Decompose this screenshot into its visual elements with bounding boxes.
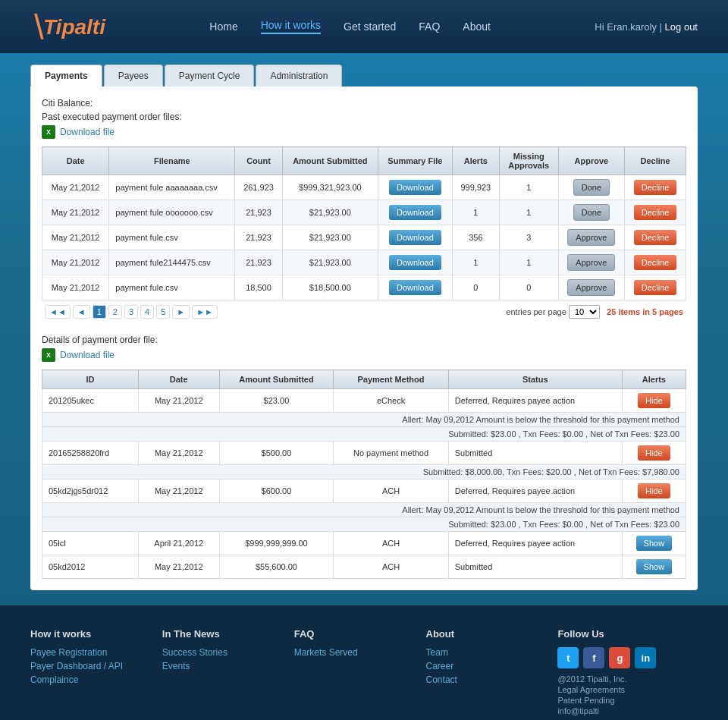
approve-done-button[interactable]: Done bbox=[573, 204, 610, 221]
detail-col-method: Payment Method bbox=[334, 370, 449, 389]
approve-button[interactable]: Approve bbox=[567, 279, 615, 296]
footer-success[interactable]: Success Stories bbox=[162, 647, 279, 658]
col-summary: Summary File bbox=[378, 147, 453, 175]
page-3[interactable]: 3 bbox=[124, 305, 138, 319]
hide-button[interactable]: Hide bbox=[638, 483, 670, 498]
page-1[interactable]: 1 bbox=[93, 305, 106, 319]
page-4[interactable]: 4 bbox=[140, 305, 154, 319]
decline-button[interactable]: Decline bbox=[634, 230, 677, 245]
footer-compliance[interactable]: Complaince bbox=[30, 674, 147, 685]
cell-date: May 21,2012 bbox=[138, 479, 219, 503]
show-button[interactable]: Show bbox=[636, 559, 673, 574]
nav-get-started[interactable]: Get started bbox=[344, 20, 396, 33]
footer-events[interactable]: Events bbox=[162, 661, 279, 671]
decline-button[interactable]: Decline bbox=[634, 280, 677, 295]
cell-missing: 1 bbox=[499, 250, 558, 275]
nav-home[interactable]: Home bbox=[209, 20, 237, 33]
entries-per-page[interactable]: 10 25 50 bbox=[569, 305, 600, 319]
approve-button[interactable]: Approve bbox=[567, 229, 615, 246]
download-button[interactable]: Download bbox=[389, 280, 441, 295]
hide-button[interactable]: Hide bbox=[638, 445, 670, 461]
cell-approve: Approve bbox=[558, 250, 625, 275]
decline-button[interactable]: Decline bbox=[634, 205, 677, 220]
cell-id: 20165258820frd bbox=[42, 442, 139, 465]
footer-email: info@tipalti bbox=[557, 706, 698, 715]
cell-missing: 1 bbox=[499, 200, 558, 225]
footer-markets[interactable]: Markets Served bbox=[294, 647, 411, 658]
page-2[interactable]: 2 bbox=[108, 305, 122, 319]
facebook-icon[interactable]: f bbox=[583, 647, 604, 668]
tab-administration[interactable]: Administration bbox=[256, 64, 342, 86]
approve-button[interactable]: Approve bbox=[567, 254, 615, 271]
sub-row-text: Submitted: $8,000.00, Txn Fees: $20.00 ,… bbox=[42, 465, 686, 479]
col-count: Count bbox=[235, 147, 282, 175]
page-next[interactable]: ► bbox=[172, 305, 190, 319]
cell-filename: payment fule aaaaaaaa.csv bbox=[109, 175, 235, 200]
download-button[interactable]: Download bbox=[389, 205, 441, 220]
section1: Citi Balance: Past executed payment orde… bbox=[42, 98, 686, 323]
tab-payments[interactable]: Payments bbox=[30, 64, 102, 86]
hide-button[interactable]: Hide bbox=[638, 393, 670, 408]
show-button[interactable]: Show bbox=[636, 536, 673, 551]
footer-about-title: About bbox=[426, 628, 543, 640]
tab-payees[interactable]: Payees bbox=[104, 64, 163, 86]
col-decline: Decline bbox=[625, 147, 686, 175]
alert-sub-row: Submitted: $23.00 , Txn Fees: $0.00 , Ne… bbox=[42, 427, 686, 442]
google-icon[interactable]: g bbox=[609, 647, 630, 668]
download-button[interactable]: Download bbox=[389, 230, 441, 245]
decline-button[interactable]: Decline bbox=[634, 180, 677, 195]
nav-how-it-works[interactable]: How it works bbox=[261, 19, 321, 34]
download-button[interactable]: Download bbox=[389, 255, 441, 270]
cell-alert-btn: Show bbox=[622, 532, 686, 555]
footer-copyright: @2012 Tipalti, Inc. bbox=[557, 674, 698, 684]
tab-payment-cycle[interactable]: Payment Cycle bbox=[165, 64, 255, 86]
download-button[interactable]: Download bbox=[389, 180, 441, 195]
sub-row-text: Allert: May 09,2012 Amount is below the … bbox=[42, 503, 686, 517]
cell-amount: $21,923.00 bbox=[282, 250, 378, 275]
footer-payee-reg[interactable]: Payee Registration bbox=[30, 647, 147, 658]
username: Hi Eran.karoly bbox=[595, 21, 657, 33]
twitter-icon[interactable]: t bbox=[557, 647, 579, 668]
cell-id: 201205ukec bbox=[42, 389, 139, 413]
cell-count: 21,923 bbox=[235, 200, 282, 225]
logout-link[interactable]: Log out bbox=[665, 21, 698, 33]
page-next-next[interactable]: ►► bbox=[192, 305, 218, 319]
tab-bar: Payments Payees Payment Cycle Administra… bbox=[30, 64, 698, 86]
section1-download[interactable]: X Download file bbox=[42, 125, 686, 139]
cell-missing: 1 bbox=[499, 175, 558, 200]
sub-row-text: Allert: May 09,2012 Amount is below the … bbox=[42, 413, 686, 427]
page-prev[interactable]: ◄ bbox=[73, 305, 90, 319]
cell-count: 18,500 bbox=[235, 275, 282, 300]
footer-patent: Patent Pending bbox=[557, 696, 698, 705]
cell-missing: 0 bbox=[499, 275, 558, 300]
cell-date: May 21,2012 bbox=[138, 555, 219, 579]
page-5[interactable]: 5 bbox=[156, 305, 170, 319]
cell-summary: Download bbox=[378, 275, 453, 300]
user-info: Hi Eran.karoly | Log out bbox=[595, 21, 698, 33]
section2-download[interactable]: X Download file bbox=[42, 348, 686, 362]
cell-date: May 21,2012 bbox=[138, 389, 219, 413]
pagination: ◄◄ ◄ 1 2 3 4 5 ► ►► bbox=[45, 305, 218, 319]
nav-faq[interactable]: FAQ bbox=[419, 20, 440, 33]
decline-button[interactable]: Decline bbox=[634, 255, 677, 270]
cell-amount: $500.00 bbox=[219, 442, 334, 465]
approve-done-button[interactable]: Done bbox=[573, 179, 610, 196]
detail-col-status: Status bbox=[448, 370, 622, 389]
header: ╲Tipalti Home How it works Get started F… bbox=[0, 0, 728, 53]
sub-row-text: Submitted: $23.00 , Txn Fees: $0.00 , Ne… bbox=[42, 517, 686, 532]
nav-about[interactable]: About bbox=[463, 20, 491, 33]
cell-count: 21,923 bbox=[235, 225, 282, 250]
col-amount: Amount Submitted bbox=[282, 147, 378, 175]
footer-team[interactable]: Team bbox=[426, 647, 543, 658]
linkedin-icon[interactable]: in bbox=[635, 647, 656, 668]
section2-title: Details of payment order file: bbox=[42, 335, 686, 345]
footer-payer-api[interactable]: Payer Dashboard / API bbox=[30, 661, 147, 671]
table-row: 05kd2jgs5dr012 May 21,2012 $600.00 ACH D… bbox=[42, 479, 686, 503]
cell-filename: payment fule2144475.csv bbox=[109, 250, 235, 275]
cell-decline: Decline bbox=[625, 275, 686, 300]
footer-contact[interactable]: Contact bbox=[426, 674, 543, 685]
cell-decline: Decline bbox=[625, 175, 686, 200]
footer-career[interactable]: Career bbox=[426, 661, 543, 671]
page-prev-prev[interactable]: ◄◄ bbox=[45, 305, 71, 319]
cell-filename: payment fule.csv bbox=[109, 275, 235, 300]
